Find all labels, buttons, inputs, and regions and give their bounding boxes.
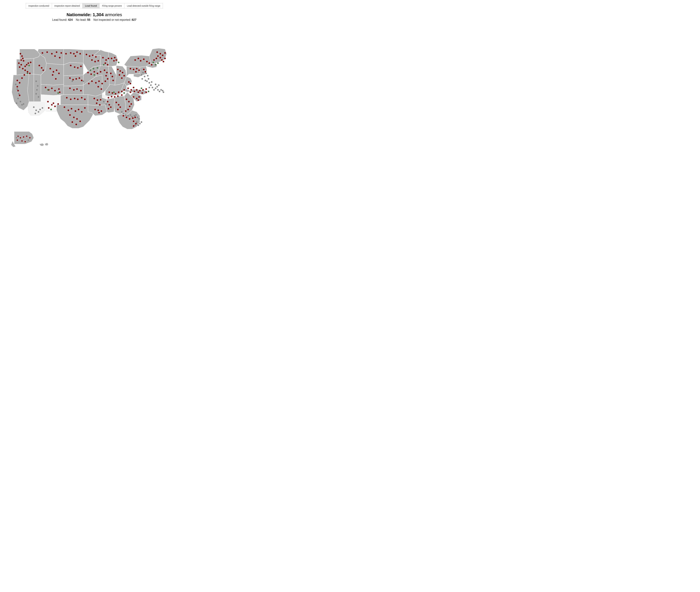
svg-point-229 [90,69,91,71]
svg-point-239 [152,62,154,63]
us-map [5,25,184,153]
svg-point-159 [127,109,129,110]
svg-point-37 [52,74,53,76]
svg-point-64 [66,97,67,99]
svg-point-45 [59,91,60,93]
svg-point-47 [73,53,75,54]
svg-point-86 [53,102,54,104]
svg-point-70 [64,106,65,108]
svg-point-303 [158,84,159,86]
svg-point-55 [69,77,71,79]
svg-point-53 [77,67,79,69]
svg-point-176 [141,92,143,94]
svg-point-199 [153,59,155,61]
svg-point-207 [164,52,166,54]
svg-point-284 [147,75,148,77]
svg-point-182 [139,90,141,91]
svg-point-29 [54,55,56,57]
svg-point-222 [25,141,26,142]
svg-point-184 [145,88,147,90]
svg-point-17 [21,77,23,79]
svg-point-255 [33,106,35,108]
svg-point-152 [118,104,120,106]
svg-point-124 [112,80,114,81]
svg-point-143 [97,99,98,101]
svg-point-172 [138,99,139,101]
svg-point-158 [129,106,131,107]
svg-point-150 [108,108,109,109]
svg-point-88 [57,103,59,105]
svg-point-11 [28,62,29,64]
svg-point-137 [108,97,109,99]
svg-point-234 [118,62,120,63]
svg-point-110 [108,58,109,59]
svg-point-238 [148,91,149,92]
svg-point-251 [37,85,39,87]
svg-point-66 [74,98,76,99]
svg-point-83 [47,101,49,102]
legend-item-inspection-conducted[interactable]: Inspection conducted [26,3,52,8]
svg-point-262 [83,81,84,82]
svg-point-221 [21,140,22,142]
svg-point-233 [103,64,104,65]
svg-point-248 [23,103,25,105]
svg-point-300 [163,91,164,93]
svg-point-203 [161,59,163,61]
legend-item-lead-outside[interactable]: Lead detected outside firing range [125,3,163,8]
svg-point-263 [103,101,104,102]
svg-point-146 [99,104,101,106]
svg-point-166 [133,120,134,122]
svg-point-236 [123,92,125,94]
svg-point-51 [70,65,72,66]
svg-point-266 [123,113,124,114]
legend-item-lead-found[interactable]: Lead found [83,3,99,8]
svg-point-25 [51,53,53,54]
svg-point-227 [57,92,59,94]
svg-point-94 [94,61,96,62]
svg-point-205 [164,58,166,59]
svg-point-69 [84,99,86,100]
svg-point-23 [42,52,43,54]
svg-point-257 [38,111,39,113]
legend-item-firing-range[interactable]: Firing range present [99,3,124,8]
svg-point-89 [86,54,87,55]
svg-point-187 [130,68,131,69]
svg-point-231 [97,67,98,69]
svg-point-273 [137,116,138,118]
svg-point-102 [91,81,93,82]
svg-point-28 [65,53,67,54]
svg-point-144 [100,99,101,101]
svg-point-294 [153,89,155,91]
svg-point-197 [148,62,150,64]
svg-point-10 [26,64,28,65]
svg-point-15 [29,72,31,74]
svg-point-269 [130,114,131,116]
svg-point-149 [110,106,111,108]
svg-point-286 [145,80,146,81]
svg-point-252 [36,89,38,91]
svg-point-177 [145,91,147,93]
svg-point-43 [54,90,56,91]
svg-point-111 [104,62,106,64]
svg-point-299 [162,90,164,91]
svg-point-292 [148,87,150,88]
svg-point-107 [101,88,102,90]
svg-point-133 [115,93,116,95]
svg-point-62 [76,88,78,90]
svg-point-103 [95,82,97,84]
svg-point-179 [131,89,132,91]
svg-point-145 [96,102,97,104]
svg-point-244 [18,93,20,95]
legend-item-report-obtained[interactable]: Inspection report obtained [52,3,83,8]
svg-point-101 [88,83,90,84]
svg-point-247 [21,104,23,106]
svg-point-258 [35,113,36,114]
svg-point-281 [145,72,147,74]
svg-point-8 [22,68,24,69]
svg-point-278 [139,123,141,125]
svg-point-27 [60,52,62,54]
svg-point-293 [152,87,153,88]
svg-point-202 [159,57,161,58]
svg-point-76 [84,107,86,109]
svg-point-12 [30,62,32,63]
